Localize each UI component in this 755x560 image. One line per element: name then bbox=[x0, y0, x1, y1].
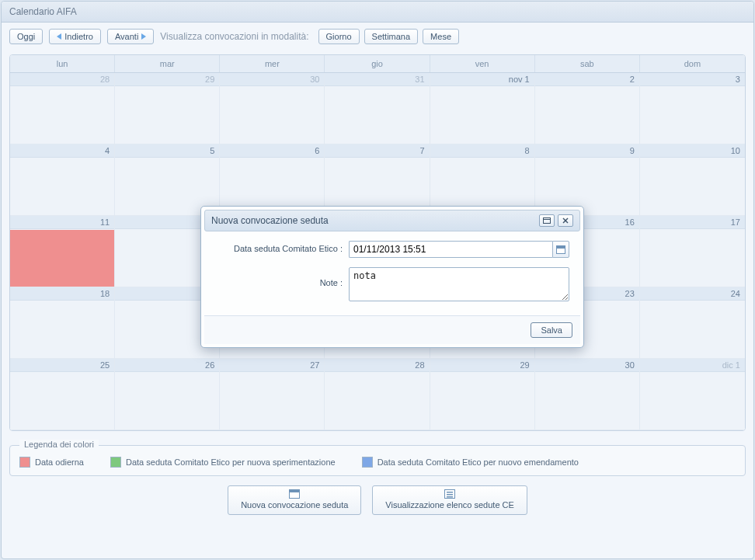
arrow-right-icon bbox=[141, 33, 146, 40]
cell-date-label: 28 bbox=[10, 73, 114, 86]
weekday-header: gio bbox=[325, 55, 430, 72]
calendar-cell[interactable]: 4 bbox=[10, 144, 115, 216]
calendar-cell[interactable]: 11 bbox=[10, 216, 115, 287]
calendar-cell[interactable]: 31 bbox=[325, 73, 430, 144]
back-button[interactable]: Indietro bbox=[49, 29, 101, 44]
svg-rect-0 bbox=[544, 218, 551, 224]
cell-date-label: 18 bbox=[10, 287, 114, 301]
calendar-cell[interactable]: 27 bbox=[220, 359, 325, 430]
calendar-icon bbox=[556, 245, 565, 254]
calendar-cell[interactable]: 3 bbox=[640, 73, 745, 144]
calendar-icon bbox=[289, 489, 300, 499]
legend-title: Legenda dei colori bbox=[19, 440, 99, 449]
weekday-header: lun bbox=[10, 55, 115, 72]
cell-date-label: 4 bbox=[10, 144, 114, 158]
weekday-header: ven bbox=[430, 55, 535, 72]
calendar-cell[interactable]: 18 bbox=[10, 287, 115, 359]
bottom-button-bar: Nuova convocazione seduta Visualizzazion… bbox=[2, 476, 753, 520]
cell-date-label: nov 1 bbox=[430, 73, 534, 86]
cell-date-label: 24 bbox=[640, 287, 745, 301]
today-label: Oggi bbox=[17, 32, 35, 41]
calendar-cell[interactable]: 28 bbox=[10, 73, 115, 144]
cell-date-label: 31 bbox=[325, 73, 429, 86]
calendar-cell[interactable]: 17 bbox=[640, 216, 745, 287]
note-textarea[interactable] bbox=[349, 267, 569, 301]
calendar-cell[interactable]: nov 1 bbox=[430, 73, 535, 144]
maximize-icon bbox=[543, 217, 551, 224]
close-button[interactable] bbox=[558, 214, 573, 227]
cell-date-label: 28 bbox=[325, 359, 429, 372]
cell-date-label: 11 bbox=[10, 216, 114, 229]
weekday-header: dom bbox=[640, 55, 745, 72]
calendar-cell[interactable]: 29 bbox=[115, 73, 220, 144]
cell-date-label: 5 bbox=[115, 144, 219, 158]
view-mode-label: Visualizza convocazioni in modalità: bbox=[160, 31, 308, 42]
cell-date-label: 6 bbox=[220, 144, 324, 158]
cell-date-label: 27 bbox=[220, 359, 324, 372]
close-icon bbox=[562, 217, 569, 224]
forward-label: Avanti bbox=[115, 32, 138, 41]
legend-label: Data odierna bbox=[35, 457, 84, 467]
calendar-cell[interactable]: 30 bbox=[535, 359, 640, 430]
cell-date-label: 3 bbox=[640, 73, 745, 86]
weekday-header: mer bbox=[220, 55, 325, 72]
today-button[interactable]: Oggi bbox=[9, 29, 43, 44]
new-convocation-dialog: Nuova convocazione seduta Data seduta Co… bbox=[200, 206, 584, 348]
calendar-cell[interactable]: 30 bbox=[220, 73, 325, 144]
cell-date-label: 30 bbox=[220, 73, 324, 86]
save-label: Salva bbox=[541, 325, 562, 335]
cell-date-label: 29 bbox=[430, 359, 534, 372]
calendar-cell[interactable]: 2 bbox=[535, 73, 640, 144]
legend-swatch bbox=[110, 457, 121, 468]
save-button[interactable]: Salva bbox=[531, 322, 572, 338]
legend-item: Data seduta Comitato Etico per nuovo eme… bbox=[362, 457, 579, 468]
view-sessions-button[interactable]: Visualizzazione elenco sedute CE bbox=[372, 485, 527, 515]
legend-swatch bbox=[19, 457, 30, 468]
session-date-input[interactable] bbox=[349, 241, 552, 258]
dialog-title: Nuova convocazione seduta bbox=[211, 215, 329, 226]
cell-date-label: 30 bbox=[535, 359, 639, 372]
calendar-cell[interactable]: 29 bbox=[430, 359, 535, 430]
legend-label: Data seduta Comitato Etico per nuova spe… bbox=[126, 457, 336, 467]
date-field-label: Data seduta Comitato Etico : bbox=[215, 241, 349, 253]
calendar-cell[interactable]: dic 1 bbox=[640, 359, 745, 430]
cell-date-label: 17 bbox=[640, 216, 745, 229]
toolbar: Oggi Indietro Avanti Visualizza convocaz… bbox=[2, 23, 753, 50]
week-label: Settimana bbox=[372, 32, 411, 41]
legend-panel: Legenda dei colori Data odiernaData sedu… bbox=[9, 445, 746, 476]
maximize-button[interactable] bbox=[539, 214, 555, 227]
note-field-label: Note : bbox=[215, 267, 349, 287]
cell-date-label: 9 bbox=[535, 144, 639, 158]
cell-date-label: 26 bbox=[115, 359, 219, 372]
cell-date-label: 7 bbox=[325, 144, 429, 158]
cell-date-label: 29 bbox=[115, 73, 219, 86]
calendar-cell[interactable]: 26 bbox=[115, 359, 220, 430]
calendar-cell[interactable]: 25 bbox=[10, 359, 115, 430]
panel-title: Calendario AIFA bbox=[2, 2, 753, 23]
cell-date-label: 2 bbox=[535, 73, 639, 86]
date-picker-trigger[interactable] bbox=[552, 241, 569, 258]
calendar-cell[interactable]: 24 bbox=[640, 287, 745, 359]
legend-item: Data seduta Comitato Etico per nuova spe… bbox=[110, 457, 336, 468]
cell-date-label: 8 bbox=[430, 144, 534, 158]
new-convocation-button[interactable]: Nuova convocazione seduta bbox=[228, 485, 361, 515]
weekday-header: sab bbox=[535, 55, 640, 72]
calendar-cell[interactable]: 28 bbox=[325, 359, 430, 430]
day-view-button[interactable]: Giorno bbox=[318, 29, 360, 44]
calendar-cell[interactable]: 10 bbox=[640, 144, 745, 216]
cell-date-label: 10 bbox=[640, 144, 745, 158]
week-view-button[interactable]: Settimana bbox=[364, 29, 419, 44]
back-label: Indietro bbox=[64, 32, 93, 41]
day-label: Giorno bbox=[326, 32, 352, 41]
month-label: Mese bbox=[430, 32, 451, 41]
forward-button[interactable]: Avanti bbox=[107, 29, 154, 44]
new-convocation-label: Nuova convocazione seduta bbox=[241, 500, 348, 510]
month-view-button[interactable]: Mese bbox=[423, 29, 459, 44]
legend-label: Data seduta Comitato Etico per nuovo eme… bbox=[378, 457, 579, 467]
cell-date-label: 25 bbox=[10, 359, 114, 372]
arrow-left-icon bbox=[57, 33, 61, 40]
legend-swatch bbox=[362, 457, 373, 468]
cell-date-label: dic 1 bbox=[640, 359, 745, 372]
weekday-header: mar bbox=[115, 55, 220, 72]
dialog-header[interactable]: Nuova convocazione seduta bbox=[204, 210, 580, 231]
